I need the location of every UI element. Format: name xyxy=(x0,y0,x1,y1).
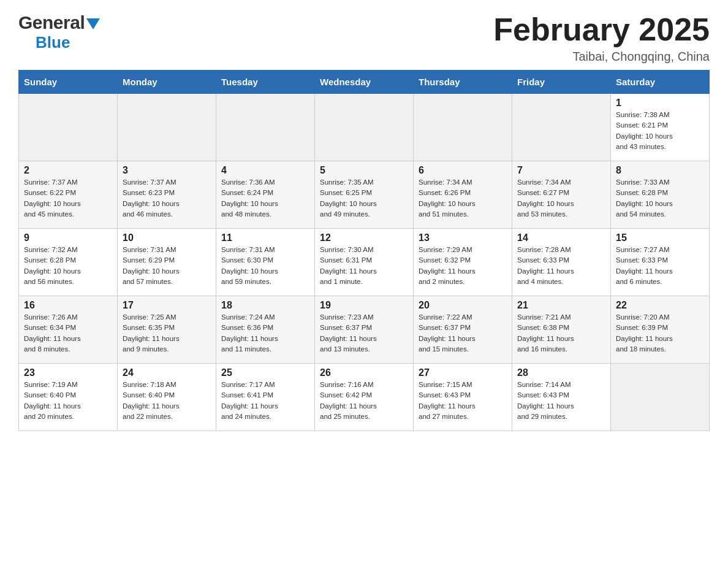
title-section: February 2025 Taibai, Chongqing, China xyxy=(493,12,710,64)
day-info: Sunrise: 7:26 AM Sunset: 6:34 PM Dayligh… xyxy=(24,312,112,354)
day-number: 23 xyxy=(24,367,112,378)
day-info: Sunrise: 7:32 AM Sunset: 6:28 PM Dayligh… xyxy=(24,245,112,287)
day-info: Sunrise: 7:21 AM Sunset: 6:38 PM Dayligh… xyxy=(517,312,605,354)
day-number: 22 xyxy=(616,300,704,311)
calendar-cell: 19Sunrise: 7:23 AM Sunset: 6:37 PM Dayli… xyxy=(315,296,414,364)
day-number: 9 xyxy=(24,232,112,243)
day-info: Sunrise: 7:20 AM Sunset: 6:39 PM Dayligh… xyxy=(616,312,704,354)
calendar-cell: 15Sunrise: 7:27 AM Sunset: 6:33 PM Dayli… xyxy=(611,229,710,296)
calendar-week-3: 9Sunrise: 7:32 AM Sunset: 6:28 PM Daylig… xyxy=(19,229,710,296)
weekday-header-sunday: Sunday xyxy=(19,71,118,94)
calendar-cell: 14Sunrise: 7:28 AM Sunset: 6:33 PM Dayli… xyxy=(512,229,611,296)
calendar-cell: 10Sunrise: 7:31 AM Sunset: 6:29 PM Dayli… xyxy=(118,229,216,296)
day-number: 14 xyxy=(517,232,605,243)
day-number: 15 xyxy=(616,232,704,243)
logo-triangle-icon xyxy=(86,18,100,29)
calendar-week-4: 16Sunrise: 7:26 AM Sunset: 6:34 PM Dayli… xyxy=(19,296,710,364)
day-info: Sunrise: 7:31 AM Sunset: 6:30 PM Dayligh… xyxy=(221,245,309,287)
day-info: Sunrise: 7:37 AM Sunset: 6:22 PM Dayligh… xyxy=(24,177,112,220)
day-info: Sunrise: 7:38 AM Sunset: 6:21 PM Dayligh… xyxy=(616,110,704,152)
day-info: Sunrise: 7:22 AM Sunset: 6:37 PM Dayligh… xyxy=(419,312,507,354)
day-number: 5 xyxy=(320,165,408,176)
day-number: 8 xyxy=(616,165,704,176)
calendar-cell xyxy=(611,364,710,431)
day-info: Sunrise: 7:23 AM Sunset: 6:37 PM Dayligh… xyxy=(320,312,408,354)
day-number: 11 xyxy=(221,232,309,243)
weekday-header-friday: Friday xyxy=(512,71,611,94)
day-info: Sunrise: 7:37 AM Sunset: 6:23 PM Dayligh… xyxy=(123,177,211,220)
calendar-cell: 16Sunrise: 7:26 AM Sunset: 6:34 PM Dayli… xyxy=(19,296,118,364)
calendar-week-2: 2Sunrise: 7:37 AM Sunset: 6:22 PM Daylig… xyxy=(19,161,710,229)
day-info: Sunrise: 7:35 AM Sunset: 6:25 PM Dayligh… xyxy=(320,177,408,220)
weekday-header-wednesday: Wednesday xyxy=(315,71,414,94)
calendar-cell: 3Sunrise: 7:37 AM Sunset: 6:23 PM Daylig… xyxy=(118,161,216,229)
day-number: 18 xyxy=(221,300,309,311)
calendar-cell: 17Sunrise: 7:25 AM Sunset: 6:35 PM Dayli… xyxy=(118,296,216,364)
day-info: Sunrise: 7:18 AM Sunset: 6:40 PM Dayligh… xyxy=(123,380,211,422)
day-info: Sunrise: 7:36 AM Sunset: 6:24 PM Dayligh… xyxy=(221,177,309,220)
day-number: 24 xyxy=(123,367,211,378)
day-number: 25 xyxy=(221,367,309,378)
calendar-cell: 12Sunrise: 7:30 AM Sunset: 6:31 PM Dayli… xyxy=(315,229,414,296)
day-info: Sunrise: 7:29 AM Sunset: 6:32 PM Dayligh… xyxy=(419,245,507,287)
day-info: Sunrise: 7:16 AM Sunset: 6:42 PM Dayligh… xyxy=(320,380,408,422)
day-info: Sunrise: 7:24 AM Sunset: 6:36 PM Dayligh… xyxy=(221,312,309,354)
day-info: Sunrise: 7:33 AM Sunset: 6:28 PM Dayligh… xyxy=(616,177,704,220)
day-number: 7 xyxy=(517,165,605,176)
day-number: 6 xyxy=(419,165,507,176)
calendar-cell: 21Sunrise: 7:21 AM Sunset: 6:38 PM Dayli… xyxy=(512,296,611,364)
month-title: February 2025 xyxy=(493,12,710,47)
calendar-cell: 5Sunrise: 7:35 AM Sunset: 6:25 PM Daylig… xyxy=(315,161,414,229)
day-number: 4 xyxy=(221,165,309,176)
day-info: Sunrise: 7:14 AM Sunset: 6:43 PM Dayligh… xyxy=(517,380,605,422)
page-header: General Blue February 2025 Taibai, Chong… xyxy=(18,12,710,64)
calendar-cell: 8Sunrise: 7:33 AM Sunset: 6:28 PM Daylig… xyxy=(611,161,710,229)
logo: General Blue xyxy=(18,12,100,52)
day-info: Sunrise: 7:27 AM Sunset: 6:33 PM Dayligh… xyxy=(616,245,704,287)
calendar-cell: 11Sunrise: 7:31 AM Sunset: 6:30 PM Dayli… xyxy=(216,229,315,296)
day-info: Sunrise: 7:31 AM Sunset: 6:29 PM Dayligh… xyxy=(123,245,211,287)
calendar-cell: 25Sunrise: 7:17 AM Sunset: 6:41 PM Dayli… xyxy=(216,364,315,431)
day-info: Sunrise: 7:28 AM Sunset: 6:33 PM Dayligh… xyxy=(517,245,605,287)
day-number: 20 xyxy=(419,300,507,311)
calendar-cell: 27Sunrise: 7:15 AM Sunset: 6:43 PM Dayli… xyxy=(414,364,512,431)
logo-blue-text: Blue xyxy=(36,33,70,52)
day-number: 17 xyxy=(123,300,211,311)
day-number: 16 xyxy=(24,300,112,311)
day-number: 28 xyxy=(517,367,605,378)
calendar-cell xyxy=(414,94,512,161)
day-info: Sunrise: 7:25 AM Sunset: 6:35 PM Dayligh… xyxy=(123,312,211,354)
day-number: 27 xyxy=(419,367,507,378)
day-number: 10 xyxy=(123,232,211,243)
day-number: 19 xyxy=(320,300,408,311)
day-info: Sunrise: 7:15 AM Sunset: 6:43 PM Dayligh… xyxy=(419,380,507,422)
day-info: Sunrise: 7:17 AM Sunset: 6:41 PM Dayligh… xyxy=(221,380,309,422)
day-number: 2 xyxy=(24,165,112,176)
calendar-week-5: 23Sunrise: 7:19 AM Sunset: 6:40 PM Dayli… xyxy=(19,364,710,431)
day-number: 13 xyxy=(419,232,507,243)
day-number: 1 xyxy=(616,98,704,109)
calendar-cell: 2Sunrise: 7:37 AM Sunset: 6:22 PM Daylig… xyxy=(19,161,118,229)
svg-marker-0 xyxy=(86,18,100,29)
calendar-cell xyxy=(216,94,315,161)
weekday-header-thursday: Thursday xyxy=(414,71,512,94)
calendar-cell: 23Sunrise: 7:19 AM Sunset: 6:40 PM Dayli… xyxy=(19,364,118,431)
calendar-cell: 24Sunrise: 7:18 AM Sunset: 6:40 PM Dayli… xyxy=(118,364,216,431)
calendar-cell xyxy=(512,94,611,161)
calendar-cell: 4Sunrise: 7:36 AM Sunset: 6:24 PM Daylig… xyxy=(216,161,315,229)
calendar-cell xyxy=(315,94,414,161)
calendar-cell: 28Sunrise: 7:14 AM Sunset: 6:43 PM Dayli… xyxy=(512,364,611,431)
calendar-cell: 18Sunrise: 7:24 AM Sunset: 6:36 PM Dayli… xyxy=(216,296,315,364)
day-info: Sunrise: 7:34 AM Sunset: 6:26 PM Dayligh… xyxy=(419,177,507,220)
calendar-cell xyxy=(19,94,118,161)
day-number: 12 xyxy=(320,232,408,243)
calendar-week-1: 1Sunrise: 7:38 AM Sunset: 6:21 PM Daylig… xyxy=(19,94,710,161)
calendar-cell: 13Sunrise: 7:29 AM Sunset: 6:32 PM Dayli… xyxy=(414,229,512,296)
day-info: Sunrise: 7:34 AM Sunset: 6:27 PM Dayligh… xyxy=(517,177,605,220)
logo-general-text: General xyxy=(18,12,85,33)
calendar-table: SundayMondayTuesdayWednesdayThursdayFrid… xyxy=(18,70,710,431)
weekday-header-tuesday: Tuesday xyxy=(216,71,315,94)
weekday-header-saturday: Saturday xyxy=(611,71,710,94)
day-number: 3 xyxy=(123,165,211,176)
calendar-cell: 7Sunrise: 7:34 AM Sunset: 6:27 PM Daylig… xyxy=(512,161,611,229)
